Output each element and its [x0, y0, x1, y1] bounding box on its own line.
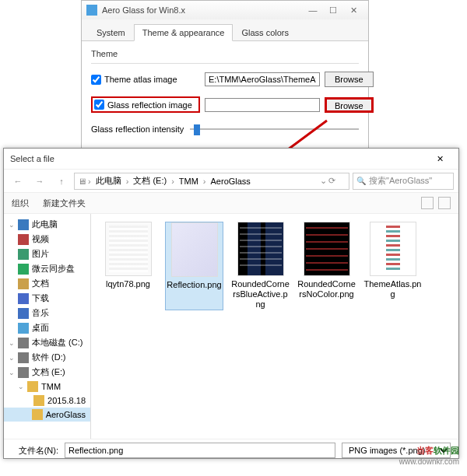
close-button[interactable]: ✕	[343, 3, 363, 17]
tab-theme[interactable]: Theme & appearance	[134, 24, 234, 41]
tab-system[interactable]: System	[88, 24, 134, 40]
titlebar: Aero Glass for Win8.x — ☐ ✕	[82, 1, 368, 19]
sidebar-item-label: TMM	[41, 382, 61, 391]
view-options-icon[interactable]	[421, 197, 434, 209]
folder-icon	[18, 249, 29, 260]
reflection-label[interactable]: Glass reflection image	[91, 96, 200, 113]
file-thumbnail	[237, 222, 284, 276]
sidebar: ⌄此电脑视频图片微云同步盘文档下载音乐桌面⌄本地磁盘 (C:)⌄软件 (D:)⌄…	[4, 214, 91, 439]
file-item[interactable]: ThemeAtlas.png	[363, 222, 422, 310]
filename-label: 文件名(N):	[12, 445, 58, 457]
sidebar-item-label: 本地磁盘 (C:)	[32, 337, 83, 348]
atlas-browse-button[interactable]: Browse	[325, 72, 374, 87]
atlas-label-text: Theme atlas image	[104, 75, 177, 84]
file-dialog-close-button[interactable]: ✕	[427, 151, 452, 166]
sidebar-item[interactable]: 2015.8.18	[4, 394, 90, 408]
reflection-row: Glass reflection image Browse	[91, 96, 359, 113]
help-icon[interactable]	[438, 197, 451, 209]
sidebar-item[interactable]: 音乐	[4, 306, 90, 320]
sidebar-item-label: 软件 (D:)	[32, 352, 65, 363]
search-input[interactable]: 搜索"AeroGlass"	[353, 173, 454, 190]
intensity-row: Glass reflection intensity	[91, 122, 359, 136]
sidebar-item-label: 音乐	[32, 307, 49, 319]
new-folder-button[interactable]: 新建文件夹	[43, 198, 86, 209]
sidebar-item[interactable]: ⌄TMM	[4, 380, 90, 394]
dialog-body: ⌄此电脑视频图片微云同步盘文档下载音乐桌面⌄本地磁盘 (C:)⌄软件 (D:)⌄…	[4, 214, 458, 439]
chevron-icon: ⌄	[9, 339, 15, 347]
file-list: lqytn78.pngReflection.pngRoundedCornersB…	[91, 214, 458, 439]
reflection-path-input[interactable]	[205, 98, 320, 112]
atlas-checkbox[interactable]	[91, 75, 101, 85]
intensity-slider[interactable]	[190, 122, 359, 136]
dialog-footer: 文件名(N): PNG images (*.png)	[4, 439, 458, 458]
nav-forward-button[interactable]: →	[30, 172, 49, 191]
atlas-path-input[interactable]	[205, 72, 320, 86]
window-title: Aero Glass for Win8.x	[102, 5, 303, 15]
sidebar-item[interactable]: ⌄本地磁盘 (C:)	[4, 335, 90, 350]
chevron-icon: ⌄	[9, 369, 15, 376]
sidebar-item[interactable]: 桌面	[4, 320, 90, 335]
dropdown-icon[interactable]: ⌄	[320, 176, 327, 186]
slider-track	[190, 128, 359, 130]
toolbar: 组织 新建文件夹	[4, 192, 458, 214]
file-item[interactable]: lqytn78.png	[99, 222, 157, 310]
chevron-icon: ›	[171, 177, 174, 186]
chevron-icon: ⌄	[9, 221, 15, 229]
crumb-3[interactable]: AeroGlass	[208, 177, 254, 186]
nav-back-button[interactable]: ←	[9, 172, 27, 191]
file-thumbnail	[171, 222, 218, 277]
file-name: lqytn78.png	[106, 279, 150, 289]
atlas-row: Theme atlas image Browse	[91, 72, 359, 87]
tab-colors[interactable]: Glass colors	[233, 24, 297, 40]
nav-up-button[interactable]: ↑	[52, 172, 71, 191]
reflection-checkbox[interactable]	[94, 100, 104, 110]
reflection-browse-button[interactable]: Browse	[325, 97, 374, 113]
file-item[interactable]: RoundedCornersBlueActive.png	[231, 222, 290, 310]
sidebar-item[interactable]: AeroGlass	[4, 408, 90, 422]
sidebar-item[interactable]: 图片	[4, 247, 90, 261]
sidebar-item[interactable]: ⌄软件 (D:)	[4, 350, 90, 365]
slider-thumb[interactable]	[194, 124, 200, 135]
tab-strip: System Theme & appearance Glass colors	[82, 19, 368, 41]
breadcrumb[interactable]: 🖥 › 此电脑 › 文档 (E:) › TMM › AeroGlass ⌄ ⟳	[74, 173, 349, 190]
pc-icon: 🖥	[78, 177, 86, 186]
refresh-icon[interactable]: ⟳	[328, 176, 346, 186]
chevron-icon: ›	[126, 177, 129, 186]
crumb-0[interactable]: 此电脑	[93, 175, 125, 187]
sidebar-item-label: 2015.8.18	[47, 396, 86, 405]
file-dialog-title: Select a file	[10, 154, 427, 163]
folder-icon	[18, 338, 29, 348]
maximize-button[interactable]: ☐	[323, 3, 343, 17]
folder-icon	[18, 367, 29, 378]
wm-brand-1: 当客	[416, 446, 434, 455]
wm-brand-2: 软件园	[434, 446, 459, 455]
sidebar-item[interactable]: 文档	[4, 276, 90, 291]
sidebar-item[interactable]: ⌄此电脑	[4, 217, 90, 232]
theme-pane: Theme Theme atlas image Browse Glass ref…	[82, 41, 368, 152]
sidebar-item-label: 微云同步盘	[32, 263, 75, 275]
crumb-2[interactable]: TMM	[176, 177, 202, 186]
file-item[interactable]: Reflection.png	[165, 222, 223, 310]
sidebar-item[interactable]: 视频	[4, 232, 90, 247]
file-name: RoundedCornersBlueActive.png	[231, 279, 290, 310]
file-item[interactable]: RoundedCornersNoColor.png	[297, 222, 356, 310]
chevron-icon: ›	[88, 177, 91, 186]
organize-menu[interactable]: 组织	[12, 198, 29, 209]
folder-icon	[18, 278, 29, 289]
sidebar-item[interactable]: 下载	[4, 291, 90, 306]
sidebar-item-label: 下载	[32, 292, 49, 304]
folder-icon	[18, 264, 29, 275]
sidebar-item[interactable]: 微云同步盘	[4, 261, 90, 276]
crumb-1[interactable]: 文档 (E:)	[130, 175, 170, 187]
sidebar-item[interactable]: ⌄文档 (E:)	[4, 365, 90, 380]
minimize-button[interactable]: —	[303, 3, 323, 17]
chevron-icon: ›	[203, 177, 206, 186]
filename-input[interactable]	[65, 443, 335, 458]
atlas-label[interactable]: Theme atlas image	[91, 75, 200, 85]
sidebar-item-label: 此电脑	[32, 219, 58, 230]
file-thumbnail	[105, 222, 152, 276]
folder-icon	[18, 293, 29, 304]
intensity-label: Glass reflection intensity	[91, 124, 184, 134]
wm-url: www.downkr.com	[399, 457, 459, 467]
navbar: ← → ↑ 🖥 › 此电脑 › 文档 (E:) › TMM › AeroGlas…	[4, 169, 458, 192]
